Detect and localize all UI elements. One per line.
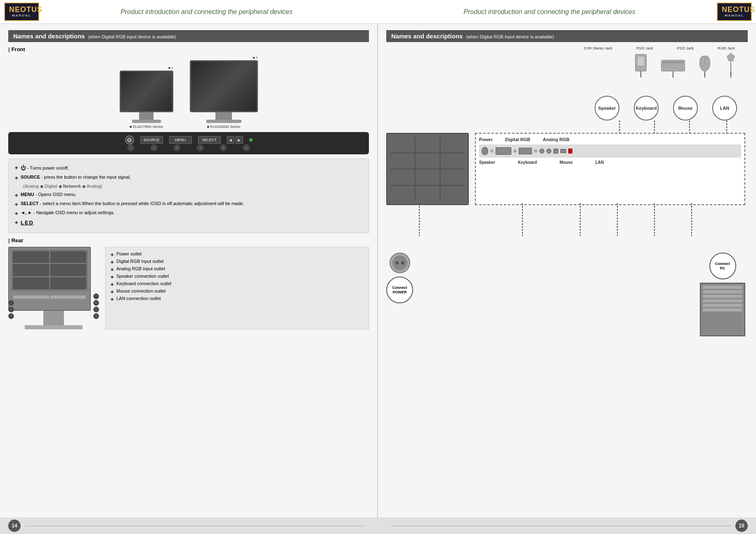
outlet-keyboard: ◆ Keyboard connection outlet	[111, 281, 364, 286]
speaker-device	[635, 54, 647, 78]
led-indicator	[249, 138, 253, 142]
header-title-left: Product introduction and connecting the …	[39, 8, 374, 16]
rear-num-5: 5	[93, 307, 99, 312]
select-btn[interactable]: SELECT	[198, 136, 221, 144]
mouse-device	[699, 56, 710, 78]
rear-num-2: 2	[8, 307, 14, 312]
header: neotus MANUAL Product introduction and c…	[0, 0, 756, 24]
desc-nav: ◆ ◄, ► - Navigate OSD menu or adjust set…	[15, 209, 362, 217]
outlet-analog: ◆ Analog RGB input outlet	[111, 266, 364, 272]
monitor-screen-large	[190, 60, 258, 112]
monitor-small: ■ 1 ■ ELM1700N Series	[120, 66, 173, 129]
device-icons-row	[635, 53, 737, 78]
monitors-area: ■ 1 ■ ELM1700N Series ■ 1 ■ ELM1900N Ser…	[8, 56, 369, 129]
right-btn[interactable]: ►	[236, 136, 243, 144]
label-stereo: 3.5Φ Stereo Jack	[584, 46, 612, 50]
num-6: 6	[243, 144, 250, 151]
outlet-lan: ◆ LAN connection outlet	[111, 296, 364, 301]
menu-btn[interactable]: MENU	[169, 136, 192, 144]
outlet-mouse: ◆ Mouse connection outlet	[111, 288, 364, 294]
port-keyboard	[546, 149, 551, 154]
logo-right: neotus MANUAL	[717, 2, 752, 21]
power-btn-icon[interactable]: ⏻	[125, 135, 134, 144]
page-num-right: 15	[735, 520, 748, 532]
port-speaker	[539, 149, 544, 154]
description-box: ◆ ⏻ - Turns power on/off. ◆ SOURCE - pre…	[8, 158, 369, 233]
port-mouse	[553, 149, 558, 154]
port-power	[482, 147, 488, 155]
header-title-right: Product introduction and connecting the …	[382, 8, 717, 16]
section-header-left: Names and descriptions (when Digital RGB…	[8, 30, 369, 42]
source-btn[interactable]: SOURCE	[140, 136, 163, 144]
num-1: 1	[128, 144, 134, 151]
desc-led: ◆ LED	[15, 218, 362, 227]
lan-device	[725, 53, 737, 78]
outlet-digital: ◆ Digital RGB input outlet	[111, 259, 364, 264]
circle-keyboard: Keyboard	[634, 96, 659, 121]
port-digital	[496, 147, 511, 155]
monitor-back-img	[386, 133, 469, 205]
circle-speaker: Speaker	[595, 96, 619, 121]
nav-buttons: ◄ ►	[227, 136, 243, 144]
logo-left: neotus MANUAL	[4, 2, 39, 21]
rear-num-3: 3	[8, 313, 14, 319]
header-right: Product introduction and connecting the …	[378, 2, 756, 21]
desc-power: ◆ ⏻ - Turns power on/off.	[15, 163, 362, 172]
num-2: 2	[151, 144, 157, 151]
desc-source: ◆ SOURCE - press the button to change th…	[15, 173, 362, 182]
monitor-screen-small	[120, 71, 173, 112]
rear-label: Rear	[8, 237, 369, 243]
power-section: ConnectPOWER	[386, 253, 413, 303]
rear-num-1: 1	[8, 300, 14, 306]
label-ps2-2: PS/2 Jack	[677, 46, 694, 50]
pc-tower	[700, 283, 745, 336]
num-5: 5	[220, 144, 227, 151]
connect-pc-bubble: ConnectPC	[709, 253, 736, 279]
bottom-section: ConnectPOWER ConnectPC	[386, 253, 745, 336]
outlet-speaker: ◆ Speaker connection outlet	[111, 274, 364, 279]
footer: 14 15	[0, 517, 756, 534]
label-rj45: RJ45 Jack	[718, 46, 735, 50]
main-content: Names and descriptions (when Digital RGB…	[0, 24, 756, 517]
keyboard-device	[661, 60, 685, 78]
circle-mouse: Mouse	[673, 96, 698, 121]
port-lan	[560, 149, 566, 153]
rear-section: 1 2 3 7 6 5 4 ◆ Power ou	[8, 247, 369, 329]
circles-top-row: Speaker Keyboard Mouse LAN	[595, 96, 737, 121]
left-btn[interactable]: ◄	[227, 136, 234, 144]
footer-left: 14	[0, 520, 378, 532]
control-panel: ⏻ SOURCE MENU SELECT ◄ ► 1 2 3 4 5 6	[8, 132, 369, 154]
outlet-power: ◆ Power outlet	[111, 251, 364, 257]
outlet-box: ◆ Power outlet ◆ Digital RGB input outle…	[105, 247, 369, 329]
power-socket	[390, 253, 410, 273]
rear-num-4: 4	[93, 313, 99, 319]
monitor-large: ■ 1 ■ ELM1900N Series	[190, 56, 258, 129]
footer-right: 15	[378, 520, 756, 532]
ports-box: Power Digital RGB Analog RGB	[475, 133, 745, 205]
desc-source-detail: (Analog ◆ Digital ◆ Network ◆ Analog)	[15, 182, 362, 191]
top-jack-labels: 3.5Φ Stereo Jack PS/2 Jack PS/2 Jack RJ4…	[584, 46, 735, 50]
right-diagram: 3.5Φ Stereo Jack PS/2 Jack PS/2 Jack RJ4…	[386, 46, 745, 343]
monitor-back-area: Power Digital RGB Analog RGB	[386, 133, 745, 205]
rear-monitor-image: 1 2 3 7 6 5 4	[8, 247, 99, 329]
desc-menu: ◆ MENU - Opens OSD menu.	[15, 191, 362, 199]
port-red	[568, 149, 572, 154]
port-analog	[519, 148, 532, 154]
rear-num-6: 6	[93, 300, 99, 306]
pc-section: ConnectPC	[700, 253, 745, 336]
num-4: 4	[197, 144, 203, 151]
circle-lan: LAN	[712, 96, 737, 121]
ports-row	[479, 144, 741, 158]
page-num-left: 14	[8, 520, 21, 532]
rear-num-7: 7	[93, 293, 99, 299]
desc-select: ◆ SELECT - select a menu item.When the b…	[15, 200, 362, 208]
header-left: neotus MANUAL Product introduction and c…	[0, 2, 378, 21]
control-numbers: 1 2 3 4 5 6	[13, 144, 364, 151]
num-3: 3	[174, 144, 180, 151]
label-ps2-1: PS/2 Jack	[636, 46, 653, 50]
page-left: Names and descriptions (when Digital RGB…	[0, 24, 378, 517]
connect-power-bubble: ConnectPOWER	[386, 276, 413, 303]
page-right: Names and descriptions (when Digital RGB…	[378, 24, 756, 517]
section-header-right: Names and descriptions (when Digital RGB…	[386, 30, 748, 42]
front-label: Front	[8, 46, 369, 52]
